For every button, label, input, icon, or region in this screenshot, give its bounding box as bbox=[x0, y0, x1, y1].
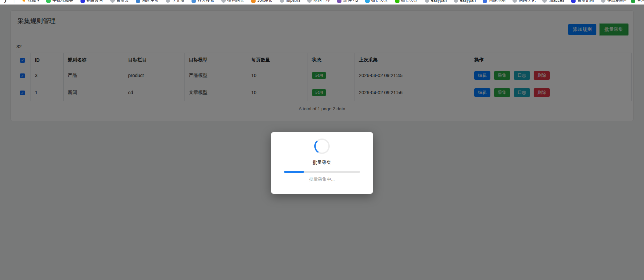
bookmark-item[interactable]: 李义恢 bbox=[166, 0, 184, 3]
bookmark-item[interactable]: 到百度首 bbox=[80, 0, 103, 3]
sidebar-toggle-icon[interactable]: ❯ bbox=[3, 0, 6, 3]
modal-title: 批量采集 bbox=[271, 160, 373, 166]
bookmark-item[interactable]: 微信公众 bbox=[395, 0, 418, 3]
bookmark-item[interactable]: 创建地图 bbox=[483, 0, 505, 3]
bookmark-favicon-icon bbox=[251, 0, 256, 3]
bookmark-item[interactable]: 360站长 bbox=[251, 0, 273, 3]
divider: | bbox=[13, 0, 15, 3]
bookmark-favicon-icon bbox=[221, 0, 226, 3]
bookmark-favicon-icon bbox=[46, 0, 51, 3]
bookmark-favicon-icon bbox=[166, 0, 170, 3]
bookmark-favicon-icon bbox=[601, 0, 605, 3]
bookmark-item[interactable]: ★ 收藏 ▾ bbox=[22, 0, 40, 3]
bookmark-favicon-icon bbox=[280, 0, 284, 3]
bookmark-favicon-icon bbox=[483, 0, 487, 3]
bookmark-favicon-icon bbox=[365, 0, 370, 3]
bookmark-favicon-icon bbox=[192, 0, 196, 3]
loading-spinner-icon bbox=[314, 138, 330, 155]
bookmark-item[interactable]: https://s bbox=[280, 0, 301, 3]
bookmark-item[interactable]: 搜狗站长 bbox=[221, 0, 244, 3]
bookmark-favicon-icon bbox=[80, 0, 85, 3]
bookmark-item[interactable]: 网站管理 bbox=[307, 0, 330, 3]
bookmark-favicon-icon bbox=[136, 0, 140, 3]
bookmark-item[interactable]: 微信公众 bbox=[365, 0, 388, 3]
bookmark-favicon-icon bbox=[454, 0, 458, 3]
bookmark-favicon-icon bbox=[571, 0, 576, 3]
bookmarks-overflow-chevron-icon[interactable]: » bbox=[624, 0, 627, 2]
bookmark-item[interactable]: 各人搜索 bbox=[192, 0, 214, 3]
bookmark-item[interactable]: 百度云 bbox=[110, 0, 129, 3]
bookmark-item[interactable]: 组件 · B bbox=[337, 0, 358, 3]
bookmark-item[interactable]: .htacces bbox=[542, 0, 564, 3]
bookmark-item[interactable]: easypan bbox=[425, 0, 447, 3]
modal-status-message: 批量采集中... bbox=[271, 176, 373, 182]
browser-bookmarks-bar: ❯ | ★ 收藏 ▾ 手机收藏夹 到百度首 百度云 系统主页 李义恢 各人搜索 … bbox=[0, 0, 644, 4]
bookmark-item[interactable]: 手机收藏夹 bbox=[46, 0, 73, 3]
bookmark-favicon-icon bbox=[307, 0, 312, 3]
bookmark-favicon-icon: ★ bbox=[22, 0, 26, 3]
bookmark-favicon-icon bbox=[513, 0, 517, 3]
progress-bar-fill bbox=[284, 171, 304, 173]
bookmark-favicon-icon bbox=[110, 0, 115, 3]
bookmark-favicon-icon bbox=[395, 0, 399, 3]
bookmark-favicon-icon bbox=[425, 0, 429, 3]
bookmark-item[interactable]: 网站优化 bbox=[513, 0, 535, 3]
batch-collect-modal: 批量采集 批量采集中... bbox=[271, 132, 373, 194]
bookmark-favicon-icon bbox=[542, 0, 547, 3]
bookmark-item[interactable]: 百度识图 bbox=[571, 0, 594, 3]
bookmark-item[interactable]: 系统主页 bbox=[136, 0, 159, 3]
progress-bar-track bbox=[284, 171, 360, 173]
bookmark-item[interactable]: 宝塔软件 bbox=[631, 0, 644, 3]
bookmark-item[interactable]: easypan bbox=[454, 0, 476, 3]
bookmark-item[interactable]: 在线制图 bbox=[601, 0, 624, 3]
bookmark-favicon-icon bbox=[337, 0, 341, 3]
bookmark-favicon-icon bbox=[631, 0, 635, 3]
